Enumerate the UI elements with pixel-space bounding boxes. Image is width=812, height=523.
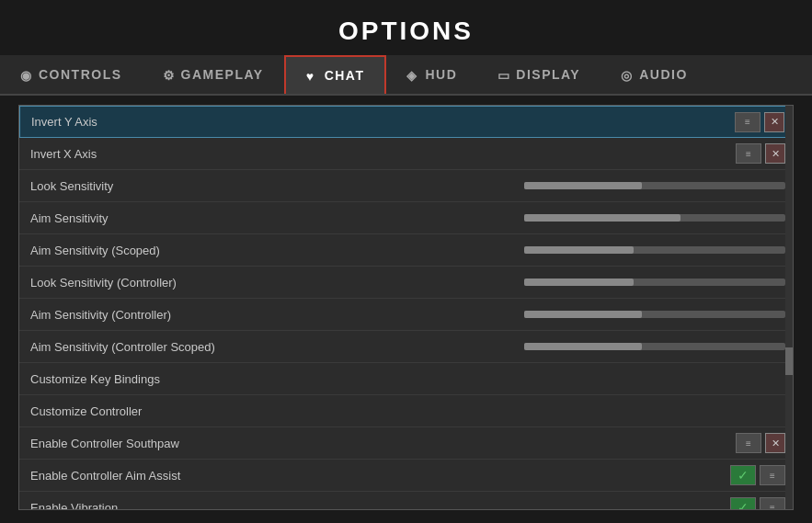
control-invert-x[interactable]: ≡✕ — [517, 140, 793, 167]
control-look-sensitivity-ctrl[interactable] — [517, 275, 793, 290]
check-btn-enable-vibration[interactable]: ✓ — [730, 497, 756, 510]
control-aim-sensitivity-ctrl[interactable] — [517, 307, 793, 322]
display-icon: ▭ — [497, 68, 510, 81]
settings-rows-container: Invert Y Axis≡✕Invert X Axis≡✕Look Sensi… — [19, 106, 793, 510]
slider-track-look-sensitivity-ctrl[interactable] — [524, 279, 785, 286]
tab-display[interactable]: ▭DISPLAY — [477, 55, 600, 94]
control-look-sensitivity[interactable] — [517, 178, 793, 193]
label-aim-sensitivity-ctrl: Aim Sensitivity (Controller) — [19, 301, 517, 329]
content-area: Invert Y Axis≡✕Invert X Axis≡✕Look Sensi… — [0, 96, 812, 519]
label-enable-vibration: Enable Vibration — [19, 494, 517, 511]
slider-track-aim-sensitivity-ctrl-s[interactable] — [524, 343, 785, 350]
lines-btn-enable-southpaw[interactable]: ≡ — [736, 433, 761, 453]
page-container: OPTIONS ◉CONTROLS⚙GAMEPLAY♥CHAT◈HUD▭DISP… — [0, 0, 812, 519]
slider-fill-look-sensitivity — [524, 182, 642, 189]
label-look-sensitivity-ctrl: Look Sensitivity (Controller) — [19, 268, 517, 297]
hud-icon: ◈ — [406, 68, 419, 81]
row-customize-key-bindings[interactable]: Customize Key Bindings — [19, 363, 793, 395]
control-aim-sensitivity[interactable] — [517, 210, 793, 225]
lines-btn-invert-x[interactable]: ≡ — [736, 143, 761, 164]
label-enable-southpaw: Enable Controller Southpaw — [19, 429, 517, 458]
scrollbar[interactable] — [785, 106, 793, 509]
row-aim-sensitivity-scoped[interactable]: Aim Sensitivity (Scoped) — [19, 234, 793, 267]
slider-fill-aim-sensitivity — [524, 214, 680, 222]
tab-hud[interactable]: ◈HUD — [386, 55, 477, 94]
slider-track-aim-sensitivity-ctrl[interactable] — [524, 311, 785, 318]
slider-fill-aim-sensitivity-ctrl-s — [524, 343, 642, 350]
row-look-sensitivity[interactable]: Look Sensitivity — [19, 170, 793, 202]
row-aim-sensitivity[interactable]: Aim Sensitivity — [19, 202, 793, 234]
slider-fill-look-sensitivity-ctrl — [524, 279, 634, 286]
label-aim-sensitivity-scoped: Aim Sensitivity (Scoped) — [19, 236, 517, 265]
chat-icon: ♥ — [306, 69, 319, 82]
controls-icon: ◉ — [20, 68, 33, 81]
slider-track-look-sensitivity[interactable] — [524, 182, 785, 189]
row-look-sensitivity-ctrl[interactable]: Look Sensitivity (Controller) — [19, 267, 793, 299]
slider-fill-aim-sensitivity-ctrl — [524, 311, 642, 318]
row-enable-vibration[interactable]: Enable Vibration✓≡ — [19, 492, 793, 510]
control-enable-vibration[interactable]: ✓≡ — [517, 494, 793, 510]
row-enable-southpaw[interactable]: Enable Controller Southpaw≡✕ — [19, 427, 793, 460]
label-look-sensitivity: Look Sensitivity — [19, 172, 517, 200]
check-btn-enable-aim-assist[interactable]: ✓ — [730, 465, 756, 485]
label-customize-controller: Customize Controller — [19, 397, 793, 426]
label-invert-y: Invert Y Axis — [20, 108, 516, 136]
gameplay-icon: ⚙ — [163, 68, 176, 81]
control-invert-y[interactable]: ≡✕ — [516, 108, 792, 136]
control-enable-southpaw[interactable]: ≡✕ — [517, 429, 793, 457]
slider-track-aim-sensitivity[interactable] — [524, 214, 785, 222]
tab-label-chat: CHAT — [325, 68, 365, 83]
lines-btn-enable-vibration[interactable]: ≡ — [760, 497, 785, 510]
close-btn-enable-southpaw[interactable]: ✕ — [765, 433, 785, 453]
label-aim-sensitivity-ctrl-s: Aim Sensitivity (Controller Scoped) — [19, 333, 517, 361]
tab-label-gameplay: GAMEPLAY — [181, 67, 264, 82]
row-invert-x[interactable]: Invert X Axis≡✕ — [19, 138, 793, 170]
tab-label-hud: HUD — [425, 67, 457, 82]
tab-audio[interactable]: ◎AUDIO — [600, 55, 708, 94]
settings-panel: Invert Y Axis≡✕Invert X Axis≡✕Look Sensi… — [18, 105, 794, 510]
tab-controls[interactable]: ◉CONTROLS — [0, 55, 143, 94]
row-aim-sensitivity-ctrl[interactable]: Aim Sensitivity (Controller) — [19, 299, 793, 331]
page-title: OPTIONS — [0, 0, 812, 55]
tab-label-display: DISPLAY — [516, 67, 580, 82]
lines-btn-enable-aim-assist[interactable]: ≡ — [760, 465, 785, 485]
slider-fill-aim-sensitivity-scoped — [524, 246, 634, 254]
label-invert-x: Invert X Axis — [19, 140, 517, 168]
control-enable-aim-assist[interactable]: ✓≡ — [517, 461, 793, 489]
control-aim-sensitivity-scoped[interactable] — [517, 243, 793, 257]
row-invert-y[interactable]: Invert Y Axis≡✕ — [19, 106, 793, 138]
row-customize-controller[interactable]: Customize Controller — [19, 395, 793, 427]
tabs-bar: ◉CONTROLS⚙GAMEPLAY♥CHAT◈HUD▭DISPLAY◎AUDI… — [0, 55, 812, 96]
audio-icon: ◎ — [621, 68, 634, 81]
label-aim-sensitivity: Aim Sensitivity — [19, 204, 517, 233]
slider-track-aim-sensitivity-scoped[interactable] — [524, 246, 785, 254]
tab-label-controls: CONTROLS — [39, 67, 122, 82]
lines-btn-invert-y[interactable]: ≡ — [735, 112, 761, 132]
tab-gameplay[interactable]: ⚙GAMEPLAY — [143, 55, 284, 94]
label-customize-key-bindings: Customize Key Bindings — [19, 365, 793, 393]
label-enable-aim-assist: Enable Controller Aim Assist — [19, 461, 517, 490]
close-btn-invert-x[interactable]: ✕ — [765, 143, 785, 164]
tab-chat[interactable]: ♥CHAT — [284, 55, 387, 94]
scrollbar-thumb[interactable] — [785, 347, 793, 375]
tab-label-audio: AUDIO — [639, 67, 688, 82]
row-enable-aim-assist[interactable]: Enable Controller Aim Assist✓≡ — [19, 460, 793, 492]
close-btn-invert-y[interactable]: ✕ — [764, 112, 784, 132]
control-aim-sensitivity-ctrl-s[interactable] — [517, 339, 793, 354]
row-aim-sensitivity-ctrl-s[interactable]: Aim Sensitivity (Controller Scoped) — [19, 331, 793, 363]
